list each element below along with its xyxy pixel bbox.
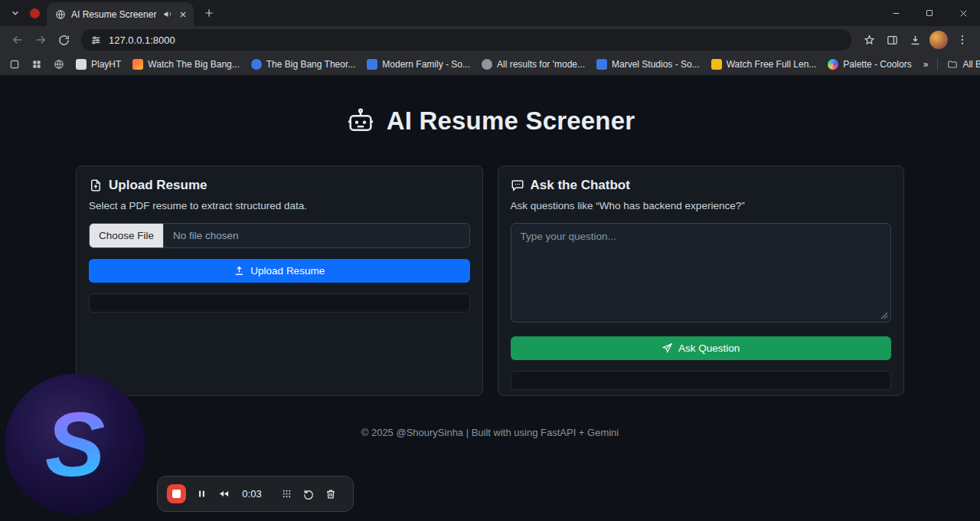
upload-arrow-icon (234, 265, 245, 277)
bookmarks-overflow-chevron[interactable]: » (923, 59, 929, 70)
profile-avatar[interactable] (929, 31, 948, 49)
chatbot-card-heading: Ask the Chatbot (531, 178, 630, 193)
browser-tab[interactable]: AI Resume Screener (47, 2, 194, 26)
bookmark-app-icon[interactable] (9, 59, 20, 70)
recorder-toolbar: 0:03 (157, 476, 354, 512)
file-upload-icon (89, 179, 103, 192)
bookmark-item[interactable]: Watch The Big Bang... (132, 59, 239, 70)
reload-button[interactable] (52, 28, 75, 51)
page-header: AI Resume Screener (0, 75, 980, 136)
bookmark-item[interactable]: The Big Bang Theor... (251, 59, 356, 70)
stop-recording-button[interactable] (167, 484, 186, 503)
bookmark-item[interactable]: Modern Family - So... (367, 59, 470, 70)
footer-text: © 2025 @ShourySinha | Built with using F… (0, 427, 980, 438)
bookmark-favicon (828, 59, 838, 70)
bookmark-label: Watch Free Full Len... (727, 59, 817, 70)
bookmark-grid-icon[interactable] (31, 59, 42, 70)
address-bar[interactable]: 127.0.0.1:8000 (81, 29, 851, 51)
bookmark-item[interactable]: Marvel Studios - So... (596, 59, 700, 70)
pause-button[interactable] (196, 488, 207, 500)
ask-question-button[interactable]: Ask Question (511, 336, 892, 360)
delete-recording-button[interactable] (325, 488, 337, 500)
menu-kebab-icon[interactable] (951, 28, 974, 51)
chatbot-card: Ask the Chatbot Ask questions like “Who … (498, 165, 905, 396)
chat-icon (511, 179, 524, 192)
all-bookmarks-button[interactable]: All Bookmarks (947, 59, 980, 70)
site-info-icon[interactable] (90, 34, 102, 46)
tab-title: AI Resume Screener (71, 9, 158, 20)
file-input[interactable]: Choose File No file chosen (89, 223, 470, 248)
window-controls (879, 0, 980, 26)
bookmark-label: Watch The Big Bang... (148, 59, 239, 70)
bookmark-favicon (251, 59, 262, 70)
bookmark-star-icon[interactable] (858, 28, 880, 51)
folder-icon (947, 59, 958, 70)
bookmarks-bar: PlayHT Watch The Big Bang... The Big Ban… (0, 54, 980, 75)
bookmark-favicon (482, 59, 492, 70)
bookmark-globe-icon[interactable] (54, 59, 64, 70)
logo-s: S (45, 399, 106, 490)
all-bookmarks-label: All Bookmarks (962, 59, 980, 70)
restart-recording-button[interactable] (302, 488, 315, 500)
bookmark-favicon (596, 59, 607, 70)
bookmark-favicon (711, 59, 722, 70)
close-window-button[interactable] (946, 0, 980, 26)
minimize-button[interactable] (879, 0, 913, 26)
robot-icon (345, 106, 376, 136)
chatbot-card-subtitle: Ask questions like “Who has backend expe… (511, 200, 892, 211)
send-icon (662, 342, 673, 354)
chat-result-box (511, 371, 892, 390)
question-textarea[interactable] (511, 223, 892, 323)
tab-strip: AI Resume Screener (0, 0, 980, 26)
upload-resume-button[interactable]: Upload Resume (89, 259, 470, 283)
upload-result-box (89, 293, 470, 313)
page-title: AI Resume Screener (387, 106, 635, 136)
bookmark-label: PlayHT (91, 59, 121, 70)
bookmark-label: Palette - Coolors (843, 59, 911, 70)
new-tab-button[interactable] (198, 2, 220, 24)
side-panel-icon[interactable] (880, 28, 903, 51)
file-status-text: No file chosen (164, 230, 248, 241)
recording-timer: 0:03 (240, 488, 263, 500)
bookmark-label: All results for 'mode... (497, 59, 585, 70)
bookmark-item[interactable]: Watch Free Full Len... (711, 59, 817, 70)
choose-file-button[interactable]: Choose File (90, 224, 164, 247)
browser-toolbar: 127.0.0.1:8000 (0, 26, 980, 54)
page-content: AI Resume Screener Upload Resume Select … (0, 75, 980, 521)
recording-indicator (30, 8, 40, 18)
rewind-button[interactable] (217, 487, 230, 500)
bookmark-label: Modern Family - So... (382, 59, 470, 70)
forward-button[interactable] (29, 28, 52, 51)
tab-search-chevron-icon[interactable] (5, 2, 26, 24)
bookmark-label: Marvel Studios - So... (612, 59, 700, 70)
tab-audio-icon[interactable] (163, 9, 173, 19)
bookmark-favicon (132, 59, 143, 70)
bookmark-favicon (367, 59, 377, 70)
bookmark-label: The Big Bang Theor... (266, 59, 356, 70)
bookmark-item[interactable]: All results for 'mode... (482, 59, 585, 70)
download-icon[interactable] (903, 28, 926, 51)
back-button[interactable] (6, 28, 29, 51)
drag-handle-icon[interactable] (281, 488, 292, 500)
bookmarks-divider (937, 58, 938, 70)
bookmark-favicon (76, 59, 87, 70)
bookmark-item[interactable]: PlayHT (76, 59, 121, 70)
tab-favicon-globe-icon (55, 9, 66, 20)
upload-card-subtitle: Select a PDF resume to extract structure… (89, 200, 470, 211)
maximize-button[interactable] (913, 0, 946, 26)
upload-resume-card: Upload Resume Select a PDF resume to ext… (76, 165, 483, 396)
url-text: 127.0.0.1:8000 (109, 34, 175, 46)
webcam-overlay: S (5, 374, 145, 515)
bookmark-item[interactable]: Palette - Coolors (828, 59, 911, 70)
upload-card-heading: Upload Resume (109, 178, 207, 193)
tab-close-icon[interactable] (178, 10, 188, 19)
